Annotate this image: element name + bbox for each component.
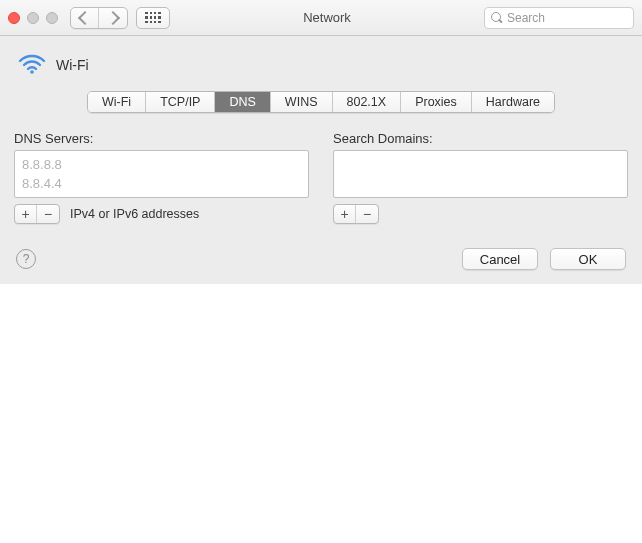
tab-proxies[interactable]: Proxies bbox=[401, 92, 472, 112]
ok-button[interactable]: OK bbox=[550, 248, 626, 270]
search-domains-label: Search Domains: bbox=[333, 131, 628, 146]
window-controls bbox=[8, 12, 58, 24]
toolbar-search-field[interactable]: Search bbox=[484, 7, 634, 29]
window-title: Network bbox=[303, 10, 351, 25]
dns-servers-list[interactable]: 8.8.8.88.8.4.4 bbox=[14, 150, 309, 198]
search-domains-remove-button[interactable]: − bbox=[356, 205, 378, 223]
tab-tcpip[interactable]: TCP/IP bbox=[146, 92, 215, 112]
search-domains-list[interactable] bbox=[333, 150, 628, 198]
cancel-button[interactable]: Cancel bbox=[462, 248, 538, 270]
tab-bar: Wi-FiTCP/IPDNSWINS802.1XProxiesHardware bbox=[14, 91, 628, 113]
tab-wins[interactable]: WINS bbox=[271, 92, 333, 112]
close-window-button[interactable] bbox=[8, 12, 20, 24]
dns-columns: DNS Servers: 8.8.8.88.8.4.4 + − IPv4 or … bbox=[14, 131, 628, 224]
dns-server-entry[interactable]: 8.8.4.4 bbox=[21, 174, 302, 193]
interface-name: Wi-Fi bbox=[56, 57, 89, 73]
dialog-footer: ? Cancel OK bbox=[0, 236, 642, 284]
tab-wifi[interactable]: Wi-Fi bbox=[88, 92, 146, 112]
search-domains-add-remove: + − bbox=[333, 204, 379, 224]
search-domains-column: Search Domains: + − bbox=[333, 131, 628, 224]
tab-8021x[interactable]: 802.1X bbox=[333, 92, 402, 112]
zoom-window-button bbox=[46, 12, 58, 24]
nav-back-button bbox=[71, 8, 99, 28]
dns-add-button[interactable]: + bbox=[15, 205, 37, 223]
dns-servers-column: DNS Servers: 8.8.8.88.8.4.4 + − IPv4 or … bbox=[14, 131, 309, 224]
wifi-icon bbox=[18, 52, 46, 77]
search-domains-add-button[interactable]: + bbox=[334, 205, 356, 223]
svg-point-0 bbox=[30, 70, 34, 74]
dns-hint: IPv4 or IPv6 addresses bbox=[70, 207, 199, 221]
tab-dns[interactable]: DNS bbox=[215, 92, 270, 112]
interface-header: Wi-Fi bbox=[14, 46, 628, 91]
window-toolbar: Network Search bbox=[0, 0, 642, 36]
pref-pane-body: Wi-Fi Wi-FiTCP/IPDNSWINS802.1XProxiesHar… bbox=[0, 36, 642, 236]
search-placeholder: Search bbox=[507, 11, 545, 25]
help-button[interactable]: ? bbox=[16, 249, 36, 269]
tab-hardware[interactable]: Hardware bbox=[472, 92, 554, 112]
show-all-prefs-button[interactable] bbox=[136, 7, 170, 29]
grid-icon bbox=[145, 12, 160, 23]
dns-add-remove: + − bbox=[14, 204, 60, 224]
dns-servers-label: DNS Servers: bbox=[14, 131, 309, 146]
dns-remove-button[interactable]: − bbox=[37, 205, 59, 223]
dns-server-entry[interactable]: 8.8.8.8 bbox=[21, 155, 302, 174]
search-icon bbox=[491, 12, 503, 24]
nav-back-forward bbox=[70, 7, 128, 29]
chevron-left-icon bbox=[77, 10, 91, 24]
minimize-window-button bbox=[27, 12, 39, 24]
chevron-right-icon bbox=[106, 10, 120, 24]
nav-forward-button bbox=[99, 8, 127, 28]
